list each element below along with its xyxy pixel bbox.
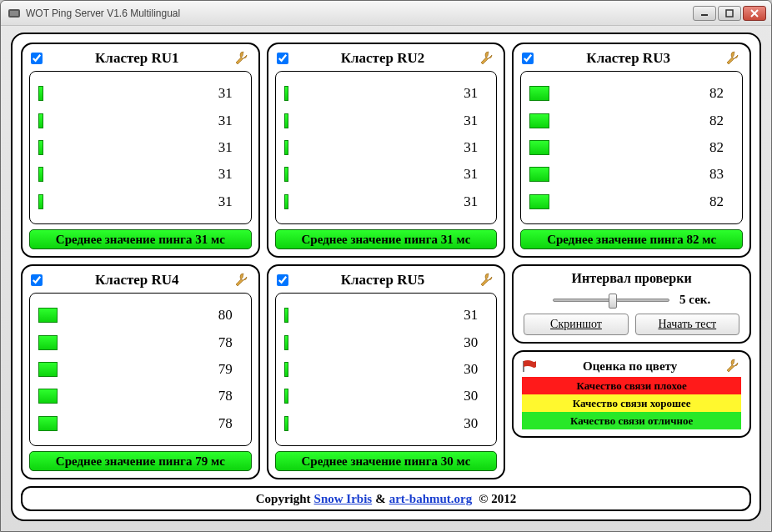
flag-icon <box>522 360 537 372</box>
wrench-icon[interactable] <box>477 49 495 68</box>
copyright-link-1[interactable]: Snow Irbis <box>314 492 373 506</box>
ping-value: 31 <box>453 139 478 156</box>
interval-panel: Интервал проверки5 сек.СкриншотНачать те… <box>512 264 751 344</box>
ping-bar-fill <box>38 140 43 155</box>
ping-bar-fill <box>38 308 58 323</box>
titlebar[interactable]: WOT Ping Server V1.6 Multilingual <box>1 1 771 26</box>
start-test-button[interactable]: Начать тест <box>635 314 739 335</box>
ping-value: 31 <box>208 85 233 102</box>
ping-value: 31 <box>453 85 478 102</box>
legend-yellow: Качество связи хорошее <box>522 394 741 412</box>
ping-bar-track <box>38 194 201 209</box>
ping-bar-track <box>284 308 447 323</box>
ping-bar-track <box>284 335 447 350</box>
cluster-panel-5: Кластер RU53130303030Среднее значение пи… <box>267 264 506 479</box>
minimize-button[interactable] <box>693 6 716 21</box>
wrench-icon[interactable] <box>723 357 741 375</box>
ping-bar-fill <box>284 335 289 350</box>
ping-bar-fill <box>529 113 549 128</box>
ping-bar-fill <box>38 416 58 431</box>
ping-row: 30 <box>284 334 479 352</box>
ping-value: 31 <box>453 193 478 210</box>
cluster-checkbox[interactable] <box>31 274 43 286</box>
ping-value: 30 <box>453 415 478 432</box>
ping-row: 31 <box>284 84 479 103</box>
svg-rect-1 <box>10 11 18 16</box>
side-column: Интервал проверки5 сек.СкриншотНачать те… <box>512 264 751 479</box>
cluster-checkbox[interactable] <box>31 53 43 64</box>
wrench-icon[interactable] <box>477 271 495 289</box>
ping-bar-track <box>529 86 692 101</box>
ping-bar-track <box>38 113 201 128</box>
ping-list: 3131313131 <box>275 71 498 224</box>
ping-row: 80 <box>38 306 233 324</box>
copyright-link-2[interactable]: art-bahmut.org <box>389 492 473 506</box>
ping-value: 31 <box>453 166 478 183</box>
cluster-checkbox[interactable] <box>522 53 534 64</box>
ping-bar-fill <box>38 86 43 101</box>
ping-value: 82 <box>699 85 724 102</box>
ping-bar-track <box>284 362 447 377</box>
ping-bar-fill <box>38 362 58 377</box>
ping-value: 30 <box>453 361 478 378</box>
ping-value: 78 <box>208 334 233 351</box>
svg-rect-3 <box>726 10 733 17</box>
ping-row: 78 <box>38 414 233 433</box>
ping-bar-fill <box>284 308 289 323</box>
ping-bar-track <box>284 416 447 431</box>
wrench-icon[interactable] <box>723 49 741 68</box>
ping-bar-track <box>529 140 692 155</box>
ping-value: 31 <box>208 139 233 156</box>
cluster-panel-2: Кластер RU23131313131Среднее значение пи… <box>267 43 506 258</box>
ping-bar-track <box>38 416 201 431</box>
ping-bar-track <box>529 167 692 182</box>
ping-value: 80 <box>208 307 233 324</box>
ping-bar-track <box>284 140 447 155</box>
wrench-icon[interactable] <box>232 49 250 68</box>
ping-row: 31 <box>284 165 479 183</box>
close-button[interactable] <box>743 6 766 21</box>
wrench-icon[interactable] <box>232 271 250 289</box>
ping-bar-fill <box>284 86 289 101</box>
ping-row: 31 <box>38 112 233 130</box>
ping-bar-fill <box>284 362 289 377</box>
ping-row: 30 <box>284 387 479 405</box>
ping-bar-fill <box>38 389 58 404</box>
window-title: WOT Ping Server V1.6 Multilingual <box>26 8 693 19</box>
ping-value: 82 <box>699 113 724 129</box>
ping-row: 79 <box>38 360 233 379</box>
cluster-checkbox[interactable] <box>277 53 288 64</box>
ping-bar-track <box>529 194 692 209</box>
avg-ping-bar: Среднее значение пинга 31 мс <box>29 229 252 249</box>
legend-red: Качество связи плохое <box>522 377 741 394</box>
cluster-title: Кластер RU3 <box>539 50 718 67</box>
ping-row: 82 <box>529 84 724 103</box>
ping-row: 30 <box>284 414 479 433</box>
ping-row: 31 <box>284 193 479 211</box>
screenshot-button[interactable]: Скриншот <box>524 314 628 335</box>
ping-bar-track <box>38 140 201 155</box>
ping-value: 30 <box>453 388 478 404</box>
ping-value: 31 <box>208 193 233 210</box>
ping-list: 3130303030 <box>275 293 498 446</box>
maximize-button[interactable] <box>718 6 741 21</box>
copyright-bar: CopyrightSnow Irbis&art-bahmut.org© 2012 <box>21 486 751 511</box>
cluster-panel-3: Кластер RU38282828382Среднее значение пи… <box>512 43 751 258</box>
avg-ping-bar: Среднее значение пинга 79 мс <box>29 451 252 471</box>
ping-row: 31 <box>284 112 479 130</box>
ping-row: 82 <box>529 112 724 130</box>
ping-value: 31 <box>453 307 478 324</box>
ping-value: 30 <box>453 334 478 351</box>
cluster-title: Кластер RU1 <box>48 50 227 67</box>
cluster-checkbox[interactable] <box>277 274 288 286</box>
ping-bar-track <box>38 86 201 101</box>
cluster-panel-1: Кластер RU13131313131Среднее значение пи… <box>21 43 260 258</box>
ping-row: 31 <box>38 165 233 183</box>
interval-slider[interactable] <box>553 299 669 302</box>
client-area: Кластер RU13131313131Среднее значение пи… <box>11 33 761 521</box>
slider-thumb[interactable] <box>609 294 617 309</box>
cluster-title: Кластер RU4 <box>48 272 227 289</box>
ping-bar-track <box>284 113 447 128</box>
ping-row: 31 <box>284 138 479 157</box>
cluster-panel-4: Кластер RU48078797878Среднее значение пи… <box>21 264 260 479</box>
